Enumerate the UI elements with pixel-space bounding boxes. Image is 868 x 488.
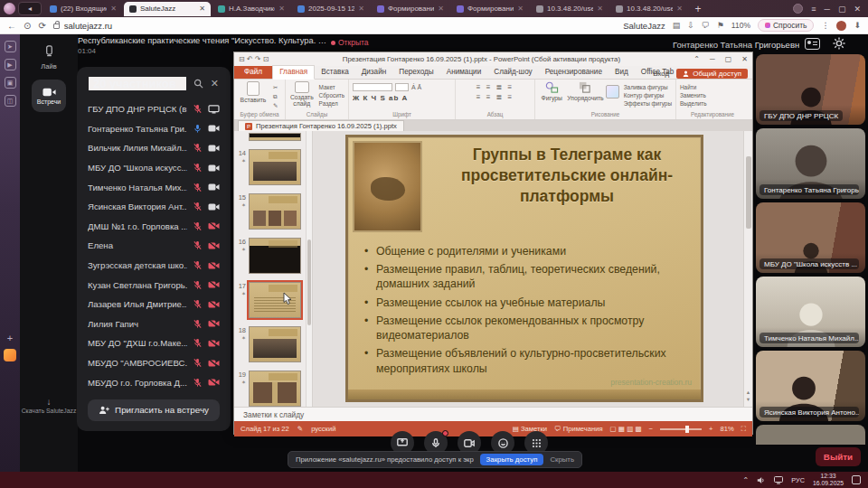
comments-icon[interactable]: 🗩 bbox=[702, 21, 710, 30]
sidebar-item-live[interactable]: Лайв bbox=[29, 45, 69, 70]
video-tile[interactable]: Гонтаренко Татьяна Григорьевна bbox=[756, 128, 865, 199]
participant-row[interactable]: Зугрэсская детская шко... bbox=[77, 256, 231, 276]
new-tab-button[interactable]: + bbox=[691, 3, 705, 15]
participant-row[interactable]: Вильчик Лилия Михайл... bbox=[77, 138, 231, 158]
format-painter-icon[interactable]: ✎ bbox=[273, 102, 278, 109]
tab-close-icon[interactable]: ✕ bbox=[597, 5, 603, 13]
window-close-button[interactable]: ✕ bbox=[854, 5, 861, 14]
video-tile[interactable] bbox=[756, 425, 865, 445]
participant-row[interactable]: МБУДО г.о. Горловка Д... bbox=[77, 372, 231, 392]
pinned-app-icon[interactable]: ◂ bbox=[18, 2, 42, 15]
ppt-minimize-button[interactable]: ─ bbox=[710, 55, 715, 63]
slides-small-button[interactable]: Макет bbox=[319, 84, 344, 90]
font-controls[interactable]: А́ А̌ bbox=[353, 83, 421, 91]
editing-button[interactable]: Выделить bbox=[680, 100, 706, 107]
notification-center-icon[interactable] bbox=[852, 475, 861, 484]
ppt-signin[interactable]: Вход bbox=[653, 70, 669, 78]
slide-thumbnail[interactable]: 16 ✶ bbox=[234, 238, 312, 274]
clipboard-small-icons[interactable]: ✂ ⧉ ✎ bbox=[273, 84, 278, 109]
window-minimize-button[interactable]: ─ bbox=[825, 5, 830, 14]
comments-toggle[interactable]: 🗩 Примечания bbox=[554, 425, 603, 433]
browser-tab[interactable]: Формирование и... ✕ bbox=[372, 2, 449, 16]
participant-row[interactable]: Лазарев Илья Дмитрие... bbox=[77, 295, 231, 314]
tab-close-icon[interactable]: ✕ bbox=[438, 5, 444, 13]
profile-avatar[interactable] bbox=[793, 4, 803, 14]
participant-row[interactable]: Гонтаренко Татьяна Гри... bbox=[77, 119, 231, 139]
stop-sharing-button[interactable]: Закрыть доступ bbox=[480, 454, 544, 465]
font-style-buttons[interactable]: Ж К Ч S ab А bbox=[353, 94, 408, 102]
ribbon-tab[interactable]: Вставка bbox=[315, 66, 354, 79]
video-service-icon[interactable]: ▶ bbox=[5, 59, 16, 70]
participant-row[interactable]: Ясинская Виктория Ант... bbox=[77, 197, 231, 217]
spellcheck-icon[interactable]: ✎ bbox=[297, 425, 303, 433]
video-tile[interactable]: Ясинская Виктория Антоно... bbox=[756, 351, 865, 421]
tab-close-icon[interactable]: ✕ bbox=[358, 5, 364, 13]
orange-app-icon[interactable] bbox=[4, 349, 16, 361]
thumbnail-image[interactable] bbox=[249, 149, 301, 185]
participant-row[interactable]: ДМШ №1 г.о. Горловка ... bbox=[77, 217, 231, 237]
participant-card-icon[interactable] bbox=[805, 38, 820, 50]
paste-button[interactable]: Вставить bbox=[238, 81, 269, 103]
participant-row[interactable]: МБУ ДО "Школа искусс... bbox=[77, 158, 231, 178]
window-maximize-button[interactable]: ▢ bbox=[838, 5, 846, 14]
browser-tab[interactable]: (22) Входящие - П... ✕ bbox=[44, 2, 122, 16]
slide-thumbnail[interactable]: 17 ✶ bbox=[234, 282, 312, 318]
ribbon-tab[interactable]: Переходы bbox=[392, 66, 439, 79]
ribbon-tab[interactable]: Вид bbox=[609, 66, 635, 79]
participant-row[interactable]: Елена bbox=[77, 236, 231, 256]
shapes-button[interactable]: Фигуры bbox=[539, 81, 564, 101]
browser-tab[interactable]: Формирование и... ✕ bbox=[451, 2, 529, 16]
messenger-icon[interactable]: ▣ bbox=[5, 77, 16, 89]
network-icon[interactable] bbox=[774, 476, 783, 484]
thumbnails-scrollbar[interactable] bbox=[306, 131, 312, 407]
taskbar-clock[interactable]: 12:33 16.09.2025 bbox=[813, 473, 844, 487]
tab-close-icon[interactable]: ✕ bbox=[278, 5, 285, 13]
ppt-maximize-button[interactable]: ▢ bbox=[725, 55, 732, 63]
prev-next-slide-buttons[interactable]: ▲▼ bbox=[744, 389, 752, 404]
sidebar-item-meetings[interactable]: Встречи bbox=[32, 80, 66, 112]
font-name-box[interactable] bbox=[353, 83, 392, 91]
quick-access-toolbar[interactable]: ⊟ ↶ ↷ ⊡ bbox=[239, 55, 269, 63]
thumbnail-image[interactable] bbox=[249, 282, 301, 318]
current-slide[interactable]: Группы в Телеграме как просветительские … bbox=[345, 135, 703, 402]
shape-format-button[interactable]: Контур фигуры bbox=[624, 92, 672, 99]
keyboard-icon[interactable]: ▤ bbox=[673, 21, 681, 30]
browser-tab[interactable]: 2025-09-15 12.12... ✕ bbox=[292, 2, 370, 16]
slide-thumbnail[interactable]: 14 ✶ bbox=[234, 149, 312, 185]
participant-row[interactable]: Кузан Светлана Григорь... bbox=[77, 275, 231, 295]
search-icon[interactable] bbox=[193, 79, 203, 89]
thumbnail-image[interactable] bbox=[249, 238, 301, 274]
slide-thumbnail[interactable]: 19 ✶ bbox=[234, 371, 312, 407]
account-avatar[interactable] bbox=[836, 21, 846, 31]
new-slide-button[interactable]: Создать слайд bbox=[289, 81, 315, 107]
participant-row[interactable]: МБУДО "АМВРОСИЕВС... bbox=[77, 353, 231, 373]
fit-slide-icon[interactable]: ⛶ bbox=[741, 425, 746, 434]
participant-row[interactable]: Лилия Гапич bbox=[77, 314, 231, 334]
reload-button[interactable]: ⟳ bbox=[38, 21, 45, 31]
ribbon-tab[interactable]: Дизайн bbox=[355, 66, 393, 79]
ribbon-tab[interactable]: Слайд-шоу bbox=[487, 66, 538, 79]
zoom-out-button[interactable]: − bbox=[649, 425, 653, 433]
view-buttons[interactable]: ▢ ▦ ▥ ▩ bbox=[610, 425, 642, 433]
participant-row[interactable]: МБУ ДО "ДХШ г.о.Маке... bbox=[77, 333, 231, 353]
list-buttons[interactable]: ≡ ≡ ≣ ≡ bbox=[476, 83, 514, 91]
partial-thumbnail[interactable] bbox=[249, 133, 301, 141]
slides-small-button[interactable]: Сбросить bbox=[319, 92, 344, 99]
browser-tab[interactable]: 10.3.48.20/user/d... ✕ bbox=[610, 2, 688, 16]
participant-row[interactable]: ГБУ ДПО ДНР РРЦСК (вы) bbox=[77, 99, 231, 119]
slide-thumbnail[interactable]: 18 ✶ bbox=[234, 326, 312, 362]
apps-icon[interactable]: ◫ bbox=[5, 95, 16, 107]
slide-scrollbar[interactable]: ▲▼ bbox=[743, 131, 752, 407]
browser-tab[interactable]: SaluteJazz ✕ bbox=[124, 2, 211, 16]
browser-logo-icon[interactable] bbox=[4, 3, 15, 14]
editing-button[interactable]: Найти bbox=[680, 84, 706, 90]
share-button[interactable]: Общий доступ bbox=[676, 69, 748, 79]
page-zoom-level[interactable]: 110% bbox=[731, 21, 750, 30]
thumbnail-image[interactable] bbox=[249, 326, 301, 362]
leave-meeting-button[interactable]: Выйти bbox=[816, 447, 861, 466]
notes-pane[interactable]: Заметки к слайду bbox=[234, 407, 752, 421]
zoom-slider[interactable] bbox=[660, 428, 702, 430]
gear-icon[interactable] bbox=[833, 37, 845, 50]
shape-format-button[interactable]: Заливка фигуры bbox=[624, 84, 672, 90]
video-tile[interactable]: МБУ ДО "Школа искусств ... bbox=[756, 202, 865, 273]
